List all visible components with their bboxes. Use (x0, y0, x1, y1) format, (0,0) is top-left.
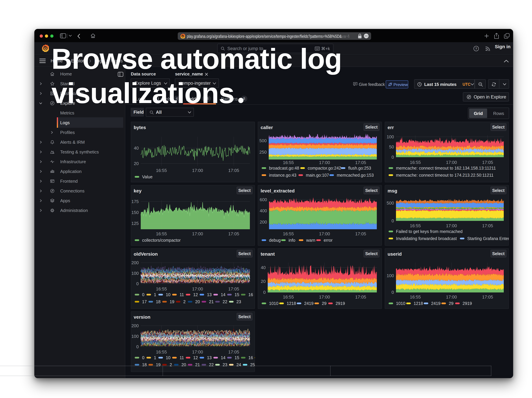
svg-text:oldVersion: oldVersion (134, 251, 158, 257)
svg-text:16:55: 16:55 (156, 168, 167, 173)
svg-text:17:05: 17:05 (228, 231, 239, 236)
svg-text:1: 1 (154, 355, 156, 360)
svg-text:0: 0 (136, 344, 139, 349)
svg-text:17:05: 17:05 (228, 349, 239, 354)
svg-text:17:05: 17:05 (355, 231, 366, 236)
svg-text:125: 125 (132, 221, 139, 226)
svg-text:Select: Select (238, 188, 251, 193)
svg-text:17:05: 17:05 (355, 294, 366, 299)
svg-text:16: 16 (248, 292, 253, 297)
svg-text:19: 19 (170, 299, 174, 304)
svg-text:12: 12 (193, 355, 198, 360)
svg-text:2919: 2919 (336, 301, 345, 306)
svg-text:debug: debug (269, 238, 281, 243)
svg-text:16:55: 16:55 (156, 231, 167, 236)
svg-text:0: 0 (136, 281, 139, 286)
svg-text:15: 15 (234, 355, 239, 360)
svg-text:29: 29 (449, 301, 454, 306)
svg-text:Select: Select (492, 125, 505, 129)
svg-text:error: error (324, 238, 333, 243)
svg-text:16:55: 16:55 (156, 286, 167, 292)
svg-text:0: 0 (142, 355, 145, 360)
svg-text:0: 0 (263, 290, 266, 295)
svg-text:0: 0 (392, 155, 394, 160)
svg-text:memcached.go:153: memcached.go:153 (337, 173, 374, 177)
svg-text:200: 200 (260, 219, 267, 224)
svg-text:main.go:107: main.go:107 (306, 173, 329, 177)
svg-text:22: 22 (223, 299, 227, 304)
svg-text:?: ? (475, 47, 477, 50)
svg-text:1010: 1010 (396, 301, 405, 306)
svg-text:Failed to get keys from memcac: Failed to get keys from memcached (396, 229, 462, 234)
svg-text:500: 500 (387, 200, 394, 205)
svg-text:17:00: 17:00 (192, 349, 203, 354)
svg-text:16:55: 16:55 (410, 160, 421, 165)
svg-text:23: 23 (236, 299, 241, 304)
svg-text:100: 100 (387, 273, 394, 278)
svg-text:17:05: 17:05 (482, 294, 493, 299)
svg-text:17:05: 17:05 (482, 160, 493, 165)
svg-text:11: 11 (180, 355, 184, 360)
svg-text:10: 10 (166, 355, 171, 360)
svg-text:16:55: 16:55 (410, 294, 421, 299)
svg-text:1218: 1218 (414, 301, 423, 306)
svg-text:175: 175 (132, 199, 139, 204)
svg-text:400: 400 (260, 208, 267, 213)
svg-text:err: err (387, 125, 394, 130)
svg-text:500: 500 (260, 138, 267, 143)
svg-text:memcache: connect timeout to 1: memcache: connect timeout to 174.213.22.… (396, 173, 494, 177)
svg-text:16:55: 16:55 (156, 349, 167, 354)
svg-text:17: 17 (142, 299, 147, 304)
svg-text:2419: 2419 (304, 301, 314, 306)
svg-text:17:00: 17:00 (446, 223, 457, 228)
svg-text:18: 18 (156, 299, 161, 304)
svg-text:16:55: 16:55 (283, 231, 294, 236)
svg-text:17:00: 17:00 (319, 231, 330, 236)
svg-text:Select: Select (492, 251, 505, 256)
svg-text:17:00: 17:00 (446, 294, 457, 299)
svg-text:16:55: 16:55 (283, 160, 294, 165)
svg-text:2919: 2919 (462, 301, 472, 306)
svg-text:17:00: 17:00 (192, 286, 203, 292)
svg-text:20: 20 (134, 161, 139, 166)
svg-text:40: 40 (261, 265, 266, 270)
svg-text:Select: Select (365, 251, 378, 256)
svg-text:16:55: 16:55 (410, 223, 421, 228)
svg-text:k6: k6 (52, 152, 54, 154)
svg-text:level_extracted: level_extracted (261, 188, 295, 193)
svg-text:instance.go:43: instance.go:43 (269, 173, 297, 177)
svg-text:17:05: 17:05 (482, 223, 493, 228)
svg-text:13: 13 (207, 292, 212, 297)
svg-text:16:55: 16:55 (283, 294, 294, 299)
svg-text:bytes: bytes (134, 125, 146, 130)
svg-text:10: 10 (166, 292, 171, 297)
svg-text:Select: Select (365, 188, 378, 193)
svg-text:200: 200 (132, 323, 139, 328)
svg-text:15: 15 (234, 292, 239, 297)
svg-text:2: 2 (170, 362, 172, 367)
svg-text:tenant: tenant (261, 251, 275, 257)
svg-text:17:00: 17:00 (192, 168, 203, 173)
svg-text:20: 20 (181, 362, 186, 367)
svg-text:17:05: 17:05 (228, 286, 239, 292)
svg-text:msg: msg (387, 188, 397, 193)
svg-text:200: 200 (132, 260, 139, 265)
svg-text:17:05: 17:05 (228, 168, 239, 173)
svg-text:100: 100 (387, 134, 394, 139)
svg-text:0: 0 (142, 292, 145, 297)
svg-text:21: 21 (209, 299, 214, 304)
svg-text:11: 11 (180, 292, 184, 297)
svg-text:warn: warn (306, 238, 315, 243)
svg-text:20: 20 (195, 299, 200, 304)
svg-text:250: 250 (260, 149, 267, 155)
svg-text:Value: Value (142, 174, 152, 179)
svg-text:Select: Select (238, 314, 251, 319)
svg-text:Starting Grafana Enterprise: Starting Grafana Enterprise (467, 236, 509, 241)
svg-text:2: 2 (183, 299, 186, 304)
svg-text:12: 12 (193, 292, 198, 297)
svg-text:24: 24 (236, 362, 241, 367)
svg-text:compactor.go:242: compactor.go:242 (308, 166, 341, 170)
svg-text:17:00: 17:00 (192, 231, 203, 236)
svg-text:info: info (289, 238, 295, 243)
svg-text:21: 21 (195, 362, 200, 367)
